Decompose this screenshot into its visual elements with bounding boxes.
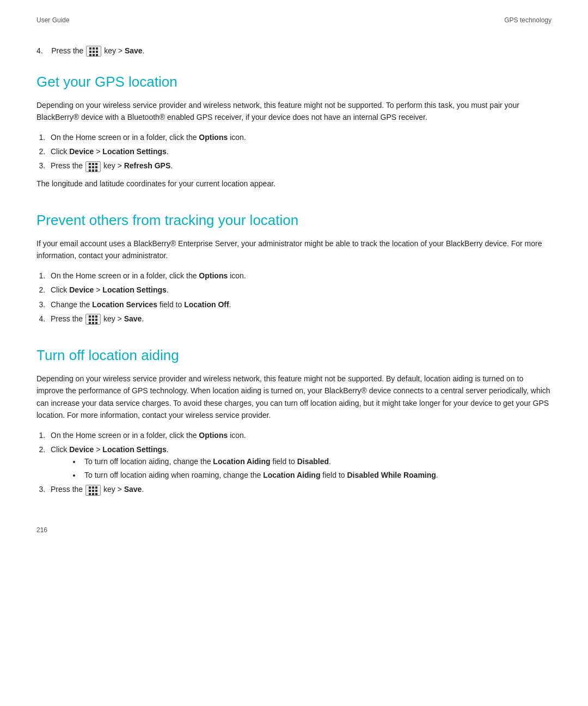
- page-footer: 216: [36, 526, 47, 534]
- page-container: User Guide GPS technology 4. Press the k…: [0, 0, 588, 550]
- menu-key-icon-3: [85, 314, 101, 325]
- svg-rect-19: [92, 315, 94, 318]
- svg-rect-12: [89, 166, 91, 168]
- svg-rect-11: [95, 163, 97, 165]
- svg-rect-20: [95, 315, 97, 318]
- section-turn-off-aiding: Turn off location aiding Depending on yo…: [36, 346, 552, 495]
- svg-rect-8: [96, 54, 98, 56]
- menu-key-icon-2: [85, 161, 101, 172]
- step-item: Click Device > Location Settings.: [47, 145, 552, 157]
- svg-rect-1: [93, 47, 95, 50]
- step-item: On the Home screen or in a folder, click…: [47, 131, 552, 143]
- step-item: Change the Location Services field to Lo…: [47, 299, 552, 311]
- svg-rect-6: [89, 54, 91, 56]
- svg-rect-34: [92, 493, 94, 495]
- svg-rect-18: [89, 315, 91, 318]
- top-step-text-before: 4. Press the: [36, 46, 85, 55]
- svg-rect-33: [89, 493, 91, 495]
- svg-rect-31: [92, 490, 94, 492]
- svg-rect-4: [93, 51, 95, 53]
- section-intro-prevent-tracking: If your email account uses a BlackBerry®…: [36, 238, 552, 262]
- page-header: User Guide GPS technology: [36, 16, 552, 24]
- section-title-prevent-tracking: Prevent others from tracking your locati…: [36, 211, 552, 230]
- section-intro-get-gps: Depending on your wireless service provi…: [36, 99, 552, 124]
- sub-bullets: To turn off location aiding, change the …: [81, 455, 552, 481]
- top-step-text-after: key > Save.: [104, 46, 144, 55]
- svg-rect-3: [89, 51, 91, 53]
- svg-rect-22: [92, 319, 94, 321]
- steps-list-turn-off-aiding: On the Home screen or in a folder, click…: [47, 429, 552, 496]
- bullet-item: To turn off location aiding, change the …: [81, 455, 552, 467]
- svg-rect-5: [96, 51, 98, 53]
- header-right: GPS technology: [504, 16, 552, 24]
- section-prevent-tracking: Prevent others from tracking your locati…: [36, 211, 552, 325]
- svg-rect-23: [95, 319, 97, 321]
- svg-rect-29: [95, 486, 97, 489]
- svg-rect-10: [92, 163, 94, 165]
- svg-rect-16: [92, 169, 94, 172]
- header-left: User Guide: [36, 16, 70, 24]
- svg-rect-26: [95, 322, 97, 324]
- svg-rect-15: [89, 169, 91, 172]
- svg-rect-21: [89, 319, 91, 321]
- svg-rect-13: [92, 166, 94, 168]
- menu-key-icon-4: [85, 485, 101, 496]
- menu-key-icon: [86, 46, 101, 57]
- svg-rect-24: [89, 322, 91, 324]
- svg-rect-2: [96, 47, 98, 50]
- svg-rect-17: [95, 169, 97, 172]
- svg-rect-9: [89, 163, 91, 165]
- step-item: Click Device > Location Settings.: [47, 284, 552, 296]
- svg-rect-0: [89, 47, 91, 50]
- section-title-turn-off-aiding: Turn off location aiding: [36, 346, 552, 365]
- step-item: Press the key > Refresh GPS.: [47, 160, 552, 172]
- svg-rect-7: [93, 54, 95, 56]
- step-item: Press the key > Save.: [47, 483, 552, 495]
- section-note-get-gps: The longitude and latitude coordinates f…: [36, 178, 552, 190]
- step-item: On the Home screen or in a folder, click…: [47, 270, 552, 282]
- step-item: Press the key > Save.: [47, 313, 552, 325]
- steps-list-get-gps: On the Home screen or in a folder, click…: [47, 131, 552, 172]
- section-get-gps-location: Get your GPS location Depending on your …: [36, 73, 552, 190]
- section-title-get-gps: Get your GPS location: [36, 73, 552, 92]
- steps-list-prevent-tracking: On the Home screen or in a folder, click…: [47, 270, 552, 325]
- bullet-item: To turn off location aiding when roaming…: [81, 469, 552, 481]
- page-number: 216: [36, 526, 47, 534]
- step-item: Click Device > Location Settings. To tur…: [47, 443, 552, 481]
- svg-rect-25: [92, 322, 94, 324]
- section-intro-turn-off-aiding: Depending on your wireless service provi…: [36, 373, 552, 422]
- svg-rect-14: [95, 166, 97, 168]
- svg-rect-30: [89, 490, 91, 492]
- svg-rect-28: [92, 486, 94, 489]
- top-step: 4. Press the key > Save.: [36, 46, 552, 57]
- svg-rect-35: [95, 493, 97, 495]
- step-item: On the Home screen or in a folder, click…: [47, 429, 552, 441]
- svg-rect-32: [95, 490, 97, 492]
- svg-rect-27: [89, 486, 91, 489]
